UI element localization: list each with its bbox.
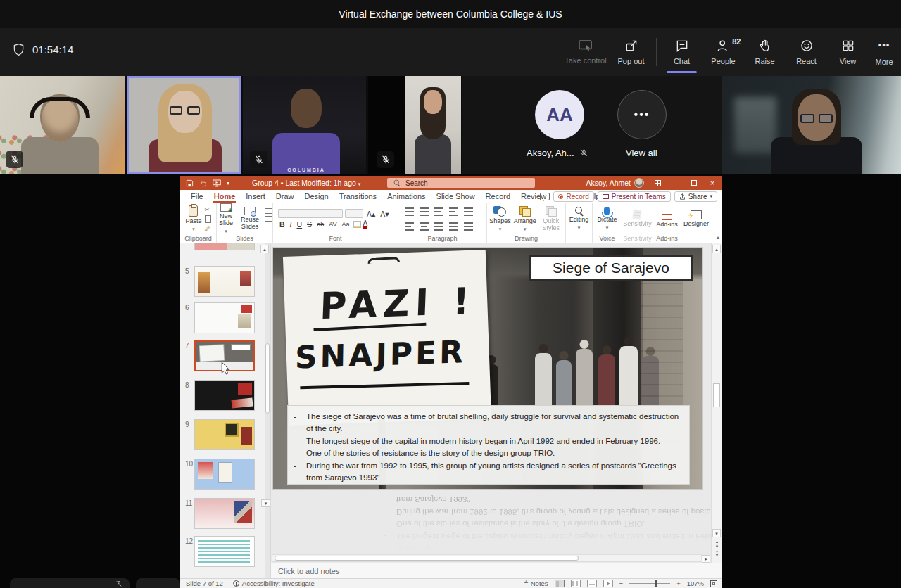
slide-thumbnail-11[interactable] — [194, 498, 255, 529]
notes-pane[interactable]: Click to add notes — [271, 563, 722, 578]
tab-file[interactable]: File — [190, 191, 204, 202]
tab-home[interactable]: Home — [213, 191, 237, 202]
scroll-right-icon[interactable]: ▸ — [702, 555, 710, 563]
line-spacing-button[interactable] — [463, 205, 474, 217]
pop-out-button[interactable]: Pop out — [610, 31, 652, 73]
horizontal-scrollbar[interactable] — [272, 554, 702, 562]
strikethrough-button[interactable]: S — [305, 220, 313, 229]
tab-draw[interactable]: Draw — [275, 191, 295, 202]
slide-thumbnail-8[interactable] — [194, 380, 255, 411]
minimize-button[interactable]: — — [667, 176, 685, 190]
scroll-up-icon[interactable]: ▴ — [260, 245, 269, 253]
format-painter-icon[interactable]: 🖉 — [205, 225, 211, 232]
font-size-select[interactable] — [345, 209, 363, 218]
slide-thumbnail-4[interactable] — [194, 243, 255, 250]
slide-thumbnail-10[interactable] — [194, 459, 255, 490]
reset-icon[interactable] — [265, 224, 272, 229]
partial-video-tile[interactable] — [136, 578, 180, 588]
more-button[interactable]: ••• More — [869, 31, 900, 73]
bold-button[interactable]: B — [278, 220, 286, 229]
tab-animations[interactable]: Animations — [386, 191, 426, 202]
grow-font-button[interactable]: A▴ — [365, 210, 377, 218]
indent-increase-button[interactable] — [448, 205, 459, 217]
previous-slide-button[interactable]: ▴▴ — [713, 540, 721, 547]
participant-video-4[interactable] — [368, 76, 461, 174]
slideshow-view-button[interactable] — [603, 580, 613, 587]
tab-transitions[interactable]: Transitions — [339, 191, 377, 202]
view-button[interactable]: View — [827, 31, 869, 73]
scrollbar-thumb[interactable] — [275, 556, 579, 561]
tab-slide-show[interactable]: Slide Show — [436, 191, 476, 202]
partial-video-tile[interactable] — [10, 578, 130, 588]
normal-view-button[interactable] — [555, 580, 565, 587]
designer-button[interactable]: Designer — [683, 210, 709, 228]
slide-thumbnail-5[interactable] — [194, 266, 255, 297]
close-button[interactable]: × — [703, 176, 722, 190]
notes-toggle-button[interactable]: ≜ Notes — [524, 580, 548, 587]
tab-insert[interactable]: Insert — [245, 191, 266, 202]
slide-thumbnail-7-selected[interactable] — [194, 340, 255, 371]
qat-customize-icon[interactable]: ▾ — [227, 180, 229, 186]
slide-thumbnail-9[interactable] — [194, 419, 255, 450]
reuse-slides-button[interactable]: Reuse Slides — [238, 207, 262, 231]
ribbon-options-button[interactable] — [648, 176, 667, 190]
slide-text-box[interactable]: -The siege of Sarajevo was a time of bru… — [287, 405, 690, 485]
participant-video-1[interactable] — [0, 76, 125, 174]
current-slide[interactable]: PAZI ! SNAJPER Siege of Sarajevo -The si… — [273, 248, 702, 489]
scrollbar-thumb[interactable] — [265, 343, 270, 414]
zoom-level[interactable]: 107% — [687, 580, 704, 587]
highlight-color-button[interactable] — [353, 221, 361, 228]
vertical-scrollbar[interactable]: ▴ ▾ ▴▴ ▾▾ — [711, 243, 722, 563]
comments-button[interactable] — [540, 193, 550, 200]
notes-splitter-handle[interactable]: ▾ — [261, 499, 270, 507]
indent-decrease-button[interactable] — [434, 205, 444, 217]
font-color-button[interactable]: A — [363, 220, 368, 229]
zoom-in-button[interactable]: + — [676, 580, 681, 587]
align-right-button[interactable] — [434, 220, 444, 232]
slide-thumbnail-6[interactable] — [194, 302, 255, 333]
search-input[interactable]: Search — [387, 178, 535, 188]
text-shadow-button[interactable]: ab — [315, 221, 325, 228]
justify-button[interactable] — [448, 220, 459, 232]
new-slide-button[interactable]: New Slide▾ — [217, 203, 235, 234]
zoom-slider-handle[interactable] — [655, 580, 657, 587]
editing-button[interactable]: Editing▾ — [569, 207, 589, 231]
undo-icon[interactable] — [199, 179, 207, 187]
fit-to-window-button[interactable] — [710, 580, 717, 587]
save-icon[interactable] — [186, 179, 194, 187]
tab-design[interactable]: Design — [303, 191, 329, 202]
scroll-down-icon[interactable]: ▾ — [712, 529, 721, 537]
participant-video-3[interactable]: COLUMBIA — [243, 76, 366, 174]
take-control-button[interactable]: Take control — [561, 31, 610, 73]
add-ins-button[interactable]: Add-ins — [656, 210, 678, 229]
arrange-button[interactable]: Arrange▾ — [514, 206, 536, 232]
align-left-button[interactable] — [404, 220, 415, 232]
record-button[interactable]: Record — [553, 191, 593, 202]
slide-sorter-view-button[interactable] — [571, 580, 581, 587]
align-center-button[interactable] — [419, 220, 429, 232]
share-button[interactable]: Share ▾ — [674, 191, 717, 202]
underline-button[interactable]: U — [296, 220, 304, 229]
view-all-button[interactable]: ••• — [617, 90, 667, 139]
restore-button[interactable] — [685, 176, 703, 190]
slide-thumbnail-12[interactable] — [194, 536, 255, 567]
react-button[interactable]: React — [786, 31, 827, 73]
scrollbar-thumb[interactable] — [713, 383, 720, 407]
quick-styles-button[interactable]: Quick Styles — [539, 206, 563, 232]
italic-button[interactable]: I — [289, 220, 294, 229]
next-slide-button[interactable]: ▾▾ — [713, 550, 721, 557]
present-in-teams-button[interactable]: Present in Teams — [598, 191, 671, 202]
layout-icon[interactable] — [265, 208, 272, 214]
zoom-slider[interactable] — [629, 583, 670, 584]
avatar[interactable]: AA — [535, 90, 584, 139]
numbering-button[interactable] — [419, 205, 429, 217]
copy-icon[interactable] — [205, 215, 211, 223]
scroll-up-icon[interactable]: ▴ — [712, 245, 721, 253]
font-name-select[interactable] — [278, 209, 343, 218]
section-icon[interactable] — [265, 216, 272, 222]
thumbnail-scrollbar[interactable]: ▴ — [265, 243, 270, 578]
zoom-out-button[interactable]: − — [619, 580, 624, 587]
dictate-button[interactable]: Dictate▾ — [597, 207, 617, 231]
document-title[interactable]: Group 4 • Last Modified: 1h ago ▾ — [252, 179, 360, 187]
collapse-ribbon-button[interactable]: ▴ — [717, 234, 719, 241]
